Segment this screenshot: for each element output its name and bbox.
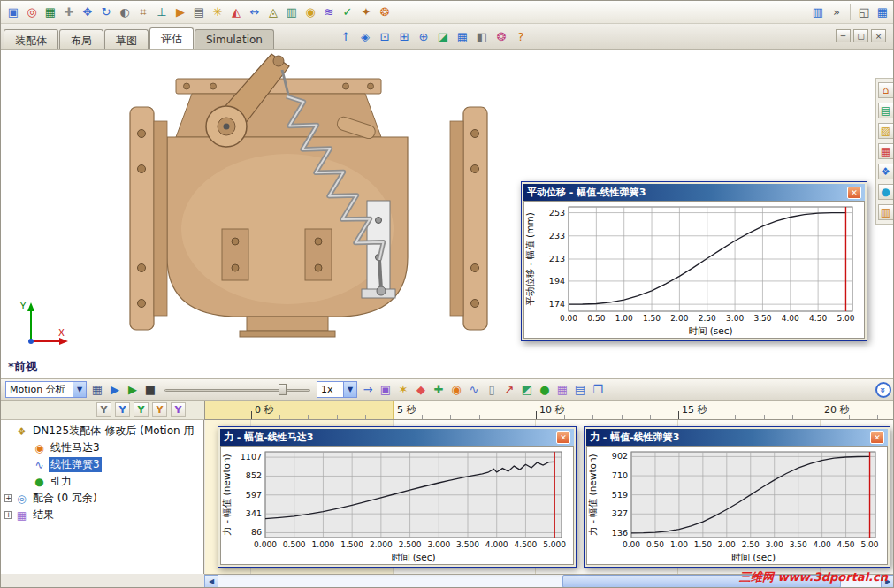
plot-window-displacement[interactable]: 平动位移 - 幅值-线性弹簧3 ✕ 1741942132332530.000.5… bbox=[521, 181, 867, 341]
interference-detection-icon[interactable]: ◭ bbox=[227, 4, 245, 21]
new-motion-study-icon[interactable]: ▶ bbox=[172, 4, 189, 21]
close-icon[interactable]: ✕ bbox=[870, 431, 884, 444]
linear-pattern-icon[interactable]: ▦ bbox=[42, 4, 59, 21]
help-icon[interactable]: ? bbox=[512, 27, 530, 45]
zoom-in-out-icon[interactable]: ⊕ bbox=[415, 27, 432, 45]
gravity-icon[interactable]: ● bbox=[537, 382, 553, 398]
instant3d-icon[interactable]: ✦ bbox=[357, 4, 375, 21]
save-animation-icon[interactable]: ▣ bbox=[378, 382, 394, 398]
design-library-icon[interactable]: ▤ bbox=[878, 103, 894, 118]
tree-item-results[interactable]: + ▦ 结果 bbox=[1, 507, 203, 523]
reference-geometry-icon[interactable]: ⊥ bbox=[153, 4, 171, 21]
event-based-view-icon[interactable]: ▤ bbox=[572, 382, 588, 398]
section-view-icon[interactable]: ◪ bbox=[434, 27, 452, 45]
collapse-motionmanager-icon[interactable]: » bbox=[875, 382, 891, 398]
smart-fasteners-icon[interactable]: ✚ bbox=[60, 4, 78, 21]
stop-icon[interactable]: ■ bbox=[142, 382, 158, 398]
add-key-icon[interactable]: ✚ bbox=[431, 382, 447, 398]
zoom-fit-icon[interactable]: ⊡ bbox=[376, 27, 394, 45]
filter-animated-icon[interactable]: Y bbox=[115, 402, 130, 417]
appearances-icon[interactable]: ❖ bbox=[878, 164, 894, 179]
results-plots-icon[interactable]: ▦ bbox=[554, 382, 570, 398]
custom-properties-icon[interactable]: ▥ bbox=[878, 204, 894, 220]
help-book-icon[interactable]: ▥ bbox=[809, 4, 827, 21]
tree-expander[interactable] bbox=[22, 461, 30, 469]
autokey-icon[interactable]: ◆ bbox=[413, 382, 429, 398]
taskpane-toggle-icon[interactable]: ▦ bbox=[874, 4, 891, 21]
study-type-select[interactable]: Motion 分析 ▼ bbox=[5, 381, 87, 398]
close-button[interactable]: × bbox=[871, 29, 886, 42]
timeline-ruler[interactable]: 0 秒5 秒10 秒15 秒20 秒 bbox=[204, 401, 894, 420]
damper-icon[interactable]: ▯ bbox=[484, 382, 500, 398]
toolbar-options-icon[interactable]: » bbox=[828, 4, 845, 21]
animation-wizard-icon[interactable]: ✶ bbox=[395, 382, 411, 398]
tree-item-linear-motor[interactable]: ◉ 线性马达3 bbox=[1, 439, 203, 456]
view-palette-icon[interactable]: ▦ bbox=[878, 143, 894, 159]
timeline-position-slider[interactable] bbox=[164, 383, 310, 397]
view-cube-icon[interactable]: ◈ bbox=[356, 27, 374, 45]
show-hidden-components-icon[interactable]: ◐ bbox=[116, 4, 134, 21]
bill-of-materials-icon[interactable]: ▤ bbox=[190, 4, 208, 21]
plot-window-motor-force[interactable]: 力 - 幅值-线性马达3 ✕ 8634159785211070.0000.500… bbox=[218, 426, 577, 568]
tree-expander[interactable] bbox=[4, 427, 12, 435]
measure-icon[interactable]: ↔ bbox=[246, 4, 264, 21]
playback-mode-icon[interactable]: → bbox=[360, 382, 376, 398]
exploded-view-icon[interactable]: ✳ bbox=[209, 4, 226, 21]
play-icon[interactable]: ▶ bbox=[125, 382, 141, 398]
taskpane-home-icon[interactable]: ⌂ bbox=[878, 82, 894, 98]
close-icon[interactable]: ✕ bbox=[556, 431, 570, 444]
insert-component-icon[interactable]: ▣ bbox=[4, 4, 22, 21]
edit-appearance-icon[interactable]: ❂ bbox=[493, 27, 510, 45]
sensor-icon[interactable]: ◉ bbox=[302, 4, 319, 21]
tab-assembly[interactable]: 装配体 bbox=[4, 29, 58, 49]
calculate-motion-icon[interactable]: ▦ bbox=[89, 382, 105, 398]
tree-expander[interactable]: + bbox=[4, 494, 12, 502]
slider-thumb[interactable] bbox=[279, 384, 287, 395]
chevron-down-icon[interactable]: ▼ bbox=[73, 382, 86, 397]
move-component-icon[interactable]: ✥ bbox=[79, 4, 96, 21]
scenes-icon[interactable]: ● bbox=[878, 184, 894, 200]
render-tools-icon[interactable]: ❂ bbox=[376, 4, 394, 21]
rotate-component-icon[interactable]: ↻ bbox=[97, 4, 115, 21]
filter-selected-icon[interactable]: Y bbox=[152, 402, 167, 417]
plot-window-titlebar[interactable]: 力 - 幅值-线性弹簧3 ✕ bbox=[586, 429, 888, 446]
tree-expander[interactable] bbox=[22, 477, 30, 485]
plot-window-titlebar[interactable]: 平动位移 - 幅值-线性弹簧3 ✕ bbox=[523, 184, 865, 201]
orientation-arrow-icon[interactable]: ↑ bbox=[337, 27, 355, 45]
copy-study-icon[interactable]: ❐ bbox=[590, 382, 606, 398]
scroll-left-icon[interactable]: ◀ bbox=[204, 575, 218, 588]
display-style-icon[interactable]: ◧ bbox=[473, 27, 491, 45]
tab-evaluate[interactable]: 评估 bbox=[149, 27, 194, 49]
tab-sketch[interactable]: 草图 bbox=[104, 29, 149, 49]
mate-icon[interactable]: ◎ bbox=[23, 4, 41, 21]
force-icon[interactable]: ↗ bbox=[501, 382, 517, 398]
cascade-windows-icon[interactable]: ◱ bbox=[855, 4, 873, 21]
section-properties-icon[interactable]: ▥ bbox=[283, 4, 301, 21]
view-orientation-icon[interactable]: ▦ bbox=[454, 27, 471, 45]
tree-item-assembly-root[interactable]: ❖ DN125装配体-修改后 (Motion 用 bbox=[1, 423, 203, 439]
contact-icon[interactable]: ◩ bbox=[519, 382, 535, 398]
tree-item-mates[interactable]: + ◎ 配合 (0 冗余) bbox=[1, 490, 203, 507]
tab-simulation[interactable]: Simulation bbox=[195, 29, 274, 49]
plot-window-spring-force[interactable]: 力 - 幅值-线性弹簧3 ✕ 1363275197109020.000.501.… bbox=[584, 426, 890, 568]
motor-icon[interactable]: ◉ bbox=[448, 382, 464, 398]
design-study-icon[interactable]: ≋ bbox=[320, 4, 338, 21]
tab-layout[interactable]: 布局 bbox=[59, 29, 103, 49]
spring-icon[interactable]: ∿ bbox=[466, 382, 482, 398]
filter-driving-icon[interactable]: Y bbox=[134, 402, 149, 417]
mass-properties-icon[interactable]: ◬ bbox=[264, 4, 282, 21]
restore-button[interactable]: ▢ bbox=[853, 29, 868, 42]
playback-speed-select[interactable]: 1x ▼ bbox=[317, 381, 357, 398]
file-explorer-icon[interactable]: ▨ bbox=[878, 123, 894, 139]
chevron-down-icon[interactable]: ▼ bbox=[343, 382, 356, 397]
tree-expander[interactable]: + bbox=[4, 511, 12, 519]
close-icon[interactable]: ✕ bbox=[847, 187, 861, 199]
zoom-area-icon[interactable]: ⊞ bbox=[395, 27, 413, 45]
minimize-button[interactable]: ─ bbox=[836, 29, 851, 42]
play-from-start-icon[interactable]: ▶ bbox=[107, 382, 123, 398]
tree-expander[interactable] bbox=[22, 444, 30, 452]
filter-results-icon[interactable]: Y bbox=[171, 402, 186, 417]
plot-window-titlebar[interactable]: 力 - 幅值-线性马达3 ✕ bbox=[220, 429, 574, 446]
tree-item-gravity[interactable]: ● 引力 bbox=[1, 473, 203, 490]
filter-all-icon[interactable]: Y bbox=[96, 402, 111, 417]
